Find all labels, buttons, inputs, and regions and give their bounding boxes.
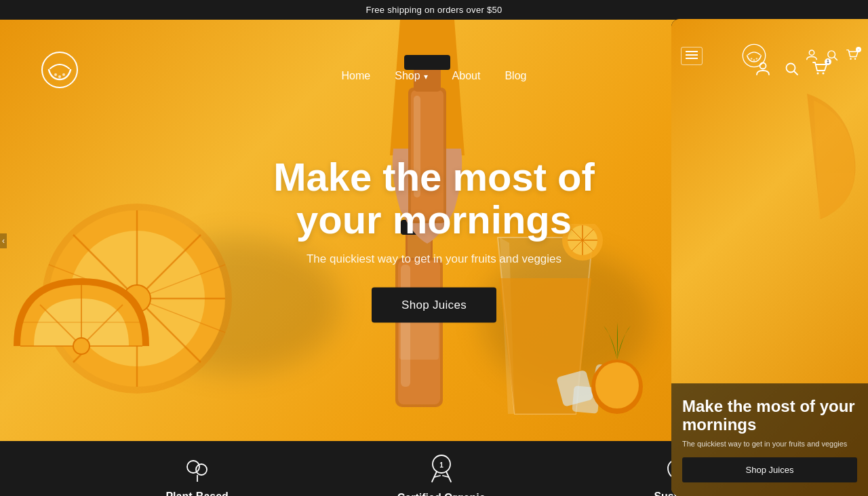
svg-point-48: [187, 461, 199, 473]
nav-item-about[interactable]: About: [452, 70, 481, 82]
shop-juices-button[interactable]: Shop Juices: [372, 288, 496, 323]
nav-item-blog[interactable]: Blog: [505, 70, 526, 82]
account-button[interactable]: [755, 61, 770, 79]
svg-point-40: [54, 73, 57, 76]
svg-point-49: [196, 464, 207, 475]
svg-point-43: [760, 62, 766, 69]
svg-point-39: [42, 52, 77, 88]
svg-point-33: [595, 362, 639, 408]
main-header: Home Shop About Blog: [0, 39, 868, 101]
svg-point-42: [62, 73, 65, 76]
pineapple-decoration: [583, 319, 651, 414]
logo-area[interactable]: [41, 51, 79, 89]
svg-point-41: [58, 75, 61, 78]
nav-item-shop[interactable]: Shop: [395, 70, 427, 82]
feature-plant-based: Plant-Based: [165, 455, 228, 497]
hero-title: Make the most of your mornings: [231, 155, 637, 242]
mobile-hero-subtitle: The quickiest way to get in your fruits …: [682, 440, 857, 448]
organic-icon: 1: [428, 453, 455, 487]
plant-based-icon: [184, 455, 211, 485]
nav-link-shop[interactable]: Shop: [395, 70, 427, 82]
hero-subtitle: The quickiest way to get in your fruits …: [231, 252, 637, 266]
header-actions: 1: [755, 61, 827, 79]
organic-label: Certified Organic: [397, 492, 486, 497]
plant-based-label: Plant-Based: [165, 491, 228, 497]
announcement-bar: Free shipping on orders over $50: [0, 0, 868, 20]
nav-item-home[interactable]: Home: [342, 70, 371, 82]
svg-point-15: [73, 338, 90, 354]
svg-point-46: [817, 72, 819, 74]
nav-link-home[interactable]: Home: [342, 70, 371, 81]
mobile-hero-title: Make the most of your mornings: [682, 397, 857, 434]
announcement-text: Free shipping on orders over $50: [366, 5, 502, 15]
cart-count: 1: [825, 58, 831, 65]
nav-link-blog[interactable]: Blog: [505, 70, 526, 81]
shop-dropdown-icon: [424, 70, 428, 82]
svg-text:1: 1: [439, 461, 443, 469]
nav-link-about[interactable]: About: [452, 70, 481, 81]
svg-point-47: [823, 72, 825, 74]
mobile-hero-overlay: Make the most of your mornings The quick…: [671, 383, 868, 496]
search-button[interactable]: [784, 61, 799, 79]
feature-organic: 1 Certified Organic: [397, 453, 486, 497]
search-icon: [784, 61, 799, 76]
account-icon: [755, 61, 770, 76]
cart-button[interactable]: 1: [812, 61, 827, 79]
hero-content: Make the most of your mornings The quick…: [231, 155, 637, 323]
svg-line-45: [794, 71, 797, 75]
brand-logo[interactable]: [41, 51, 79, 89]
mobile-orange-decoration: [780, 87, 861, 223]
orange-half-left: [14, 278, 149, 414]
mobile-shop-juices-button[interactable]: Shop Juices: [682, 457, 857, 482]
scroll-left-indicator[interactable]: ‹: [0, 233, 7, 248]
